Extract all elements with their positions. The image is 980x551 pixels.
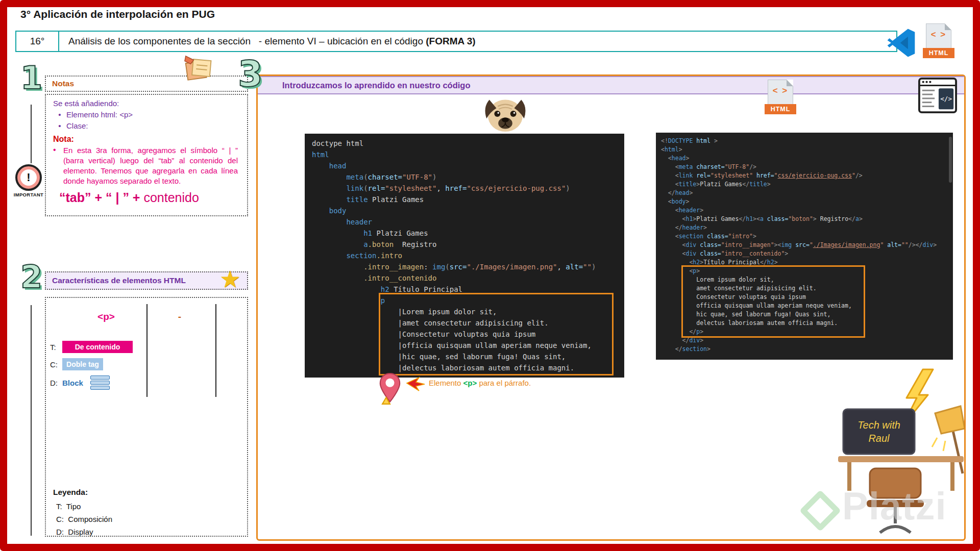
code-line: doctype html xyxy=(312,138,617,149)
html-file-label: HTML xyxy=(765,104,796,114)
legend-line-composicion: C: Composición xyxy=(56,515,112,523)
block-display-icon xyxy=(90,375,110,390)
header-text-bold: (FORMA 3) xyxy=(426,36,475,46)
composicion-value-chip: Doble tag xyxy=(62,358,103,370)
code-line: <link rel="stylesheet" href="css/ejercic… xyxy=(661,171,948,180)
sticky-note-icon xyxy=(184,54,213,86)
bullet-dot: • xyxy=(53,145,63,186)
code-line: <meta charset="UTF-8"/> xyxy=(661,163,948,171)
code-line: a.boton Registro xyxy=(312,239,617,250)
header-text-main: Análisis de los componentes de la secció… xyxy=(68,36,426,46)
code-line: <!DOCTYPE html > xyxy=(661,137,948,145)
section-number-2: 2 xyxy=(20,261,42,293)
section-number-3: 3 xyxy=(238,56,263,92)
html-file-icon: < > HTML xyxy=(764,80,797,115)
exclamation-icon: ! xyxy=(15,164,42,191)
exclamation-mark: ! xyxy=(20,169,37,186)
notes-bullet-2-text: Clase: xyxy=(66,121,88,130)
important-label: IMPORTANT xyxy=(12,192,45,197)
notes-bullet-1-text: Elemento html: <p> xyxy=(66,110,133,119)
section-number-1: 1 xyxy=(20,62,42,94)
code-line: link(rel="stylesheet", href="css/ejercic… xyxy=(312,183,617,194)
svg-text:</>: </> xyxy=(940,95,952,103)
code-line: body xyxy=(312,205,617,216)
header-number: 16° xyxy=(16,32,59,51)
code-line: <div class="intro__imagen"><img src="./I… xyxy=(661,241,948,249)
tipo-value-chip: De contenido xyxy=(62,341,133,353)
vscode-icon xyxy=(887,29,916,57)
code-line: .intro__contenido xyxy=(312,272,617,284)
legend-title: Leyenda: xyxy=(53,488,88,497)
nota-paragraph: En esta 3ra forma, agregamos el símbolo … xyxy=(63,145,238,186)
row-key-composicion: C: xyxy=(50,360,62,369)
notes-bullet-1: • Elemento html: <p> xyxy=(53,110,240,119)
characteristics-table-box: <p> - T: De contenido C: Doble tag D: Bl… xyxy=(45,297,248,537)
characteristics-title: Características de elementos HTML xyxy=(52,276,186,285)
header-text: Análisis de los componentes de la secció… xyxy=(59,36,476,47)
scrollbar xyxy=(949,137,952,183)
code-line: section.intro xyxy=(312,250,617,261)
code-line: </header> xyxy=(661,223,948,232)
row-key-tipo: T: xyxy=(50,343,62,352)
code-line: <body> xyxy=(661,197,948,206)
pug-p-highlight-box xyxy=(379,293,614,375)
code-line: head xyxy=(312,160,617,171)
pug-dog-icon xyxy=(482,94,529,137)
code-line: h1 Platzi Games xyxy=(312,228,617,239)
code-line: <html> xyxy=(661,145,948,154)
slide-page: 3° Aplicación de interpolación en PUG 16… xyxy=(0,0,980,551)
html-p-highlight-box xyxy=(681,265,865,338)
legend-line-display: D: Display xyxy=(56,528,93,536)
code-section-title: Introduzcamos lo aprendido en nuestro có… xyxy=(258,81,471,90)
notes-title-box: Notas xyxy=(45,76,248,92)
star-icon: ★ xyxy=(219,265,240,293)
table-divider xyxy=(146,304,148,397)
code-line: <title>Platzi Games</title> xyxy=(661,180,948,189)
platzi-watermark-text: Platzi xyxy=(842,484,947,528)
code-line: <header> xyxy=(661,206,948,215)
code-section-header: Introduzcamos lo aprendido en nuestro có… xyxy=(258,76,964,94)
code-line: </section> xyxy=(661,345,948,354)
laptop-text-1: Tech with xyxy=(857,419,900,431)
code-line: <section class="intro"> xyxy=(661,232,948,241)
location-pin-icon xyxy=(379,372,401,405)
laptop-text-2: Raul xyxy=(868,433,890,444)
paragraph-caption: Elemento <p> para el párrafo. xyxy=(379,372,531,405)
code-line: title Platzi Games xyxy=(312,194,617,205)
divider-pole xyxy=(31,105,32,163)
element-tag: <p> xyxy=(86,311,127,322)
divider-pole xyxy=(31,305,32,536)
formula-rest: contenido xyxy=(140,190,199,205)
code-line: meta(charset="UTF-8") xyxy=(312,171,617,183)
code-angle-icon: < > xyxy=(764,86,797,96)
caption-text: Elemento <p> para el párrafo. xyxy=(429,379,531,387)
html-code-editor: <!DOCTYPE html ><html> <head> <meta char… xyxy=(656,133,953,360)
table-row: T: De contenido xyxy=(50,341,133,353)
code-line: header xyxy=(312,216,617,228)
element-dash: - xyxy=(172,311,188,322)
characteristics-title-box: Características de elementos HTML xyxy=(45,271,248,290)
nota-paragraph-row: • En esta 3ra forma, agregamos el símbol… xyxy=(53,145,240,186)
table-divider xyxy=(215,304,216,397)
code-line: html xyxy=(312,149,617,160)
display-value: Block xyxy=(62,379,83,387)
notes-intro: Se está añadiendo: xyxy=(53,99,240,108)
nota-label: Nota: xyxy=(53,135,240,144)
code-line: <head> xyxy=(661,154,948,163)
code-line: </head> xyxy=(661,189,948,197)
bullet-dot: • xyxy=(53,121,66,130)
legend-line-tipo: T: Tipo xyxy=(56,502,81,511)
html-file-icon: < > HTML xyxy=(922,23,955,59)
html-file-label: HTML xyxy=(923,48,954,58)
notes-title: Notas xyxy=(52,79,74,88)
code-line: .intro__imagen: img(src="./Images/imagen… xyxy=(312,261,617,272)
code-angle-icon: < > xyxy=(922,30,955,40)
notes-content-box: Se está añadiendo: • Elemento html: <p> … xyxy=(45,94,248,216)
red-arrow-icon xyxy=(405,377,426,392)
caption-prefix: Elemento xyxy=(429,379,463,387)
table-row: D: Block xyxy=(50,375,110,390)
code-window-icon: </> xyxy=(918,76,958,117)
code-line: <div class="intro__contenido"> xyxy=(661,249,948,258)
caption-suffix: para el párrafo. xyxy=(477,379,531,387)
bullet-dot: • xyxy=(53,110,66,119)
